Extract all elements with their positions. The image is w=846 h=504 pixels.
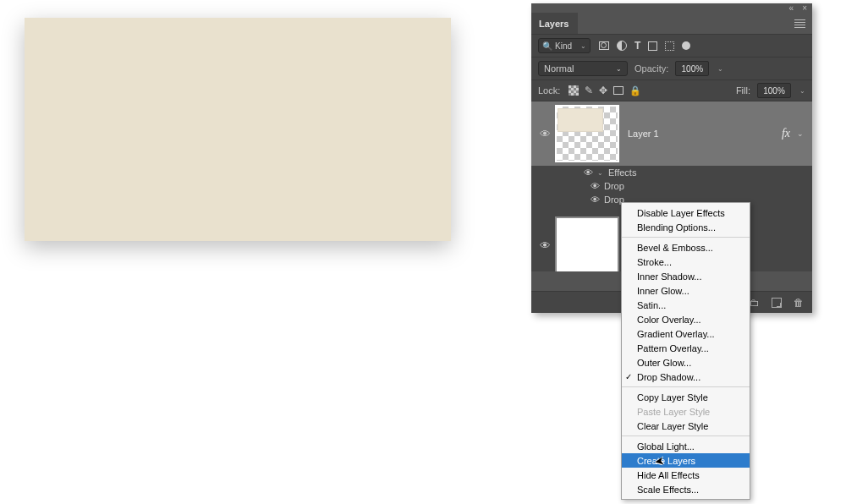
panel-tab-row: Layers: [531, 13, 812, 34]
menu-bevel-emboss[interactable]: Bevel & Emboss...: [622, 240, 750, 255]
cursor-icon: [653, 453, 666, 468]
opacity-label: Opacity:: [634, 63, 668, 74]
layers-tab[interactable]: Layers: [531, 13, 578, 34]
visibility-icon[interactable]: 👁: [538, 128, 552, 140]
menu-global-light[interactable]: Global Light...: [622, 439, 750, 453]
chevron-down-icon[interactable]: ⌄: [797, 129, 804, 138]
menu-inner-shadow[interactable]: Inner Shadow...: [622, 269, 750, 283]
new-group-icon[interactable]: [750, 297, 760, 309]
lock-image-icon[interactable]: [585, 85, 593, 96]
effect-name: Drop: [604, 181, 624, 191]
lock-all-icon[interactable]: [629, 85, 641, 96]
menu-drop-shadow[interactable]: Drop Shadow...: [622, 370, 750, 384]
menu-color-overlay[interactable]: Color Overlay...: [622, 312, 750, 326]
lock-label: Lock:: [538, 85, 560, 96]
fill-value-field[interactable]: 100%: [757, 83, 791, 98]
chevron-down-icon: ⌄: [597, 169, 603, 177]
document-canvas[interactable]: [25, 18, 451, 241]
menu-disable-layer-effects[interactable]: Disable Layer Effects: [622, 205, 750, 220]
fx-indicator[interactable]: fx: [782, 127, 790, 140]
effect-item[interactable]: 👁 Drop: [584, 179, 812, 193]
blend-row: Normal ⌄ Opacity: 100% ⌄: [531, 57, 812, 79]
lock-position-icon[interactable]: [599, 85, 607, 96]
delete-layer-icon[interactable]: [794, 297, 804, 309]
lock-artboard-icon[interactable]: [613, 86, 624, 95]
menu-inner-glow[interactable]: Inner Glow...: [622, 283, 750, 298]
panel-system-bar: « ×: [531, 3, 812, 13]
chevron-down-icon[interactable]: ⌄: [799, 87, 805, 95]
collapse-icon[interactable]: «: [789, 4, 794, 13]
filter-smartobject-icon[interactable]: [665, 41, 674, 51]
effects-label: Effects: [608, 167, 636, 178]
fill-label: Fill:: [736, 85, 750, 96]
visibility-icon[interactable]: 👁: [584, 167, 594, 178]
filter-shape-icon[interactable]: [648, 41, 657, 51]
filter-kind-dropdown[interactable]: 🔍 Kind ⌄: [538, 38, 591, 53]
menu-scale-effects[interactable]: Scale Effects...: [622, 482, 750, 496]
filter-toggle-icon[interactable]: [682, 41, 690, 50]
effects-group: 👁 ⌄ Effects 👁 Drop 👁 Drop: [531, 166, 812, 206]
layer-item-selected[interactable]: 👁 Layer 1 fx ⌄: [531, 101, 812, 166]
layer-thumbnail[interactable]: [555, 216, 619, 271]
blend-mode-dropdown[interactable]: Normal ⌄: [538, 61, 628, 76]
panel-menu-icon[interactable]: [792, 13, 812, 34]
visibility-icon[interactable]: 👁: [591, 194, 601, 205]
layer-thumbnail[interactable]: [555, 105, 619, 162]
chevron-down-icon[interactable]: ⌄: [717, 65, 723, 73]
menu-blending-options[interactable]: Blending Options...: [622, 220, 750, 234]
effects-heading[interactable]: 👁 ⌄ Effects: [584, 166, 812, 179]
lock-transparency-icon[interactable]: [569, 85, 579, 96]
visibility-icon[interactable]: 👁: [538, 239, 552, 252]
filter-adjustment-icon[interactable]: [617, 41, 627, 51]
filter-row: 🔍 Kind ⌄ T: [531, 34, 812, 57]
menu-satin[interactable]: Satin...: [622, 298, 750, 312]
menu-outer-glow[interactable]: Outer Glow...: [622, 355, 750, 370]
menu-hide-all-effects[interactable]: Hide All Effects: [622, 468, 750, 482]
menu-clear-layer-style[interactable]: Clear Layer Style: [622, 419, 750, 433]
chevron-down-icon: ⌄: [616, 65, 622, 73]
visibility-icon[interactable]: 👁: [591, 181, 601, 191]
chevron-down-icon: ⌄: [580, 42, 586, 50]
close-icon[interactable]: ×: [802, 4, 807, 13]
menu-pattern-overlay[interactable]: Pattern Overlay...: [622, 341, 750, 355]
menu-gradient-overlay[interactable]: Gradient Overlay...: [622, 326, 750, 341]
new-layer-icon[interactable]: [772, 298, 782, 308]
filter-kind-label: Kind: [555, 41, 572, 51]
fx-context-menu: Disable Layer EffectsBlending Options...…: [621, 202, 750, 500]
blend-mode-value: Normal: [544, 63, 574, 74]
menu-create-layers[interactable]: Create Layers: [622, 453, 750, 468]
filter-type-icon[interactable]: T: [634, 40, 640, 52]
filter-pixel-icon[interactable]: [599, 41, 609, 50]
menu-stroke[interactable]: Stroke...: [622, 255, 750, 269]
layer-name[interactable]: Layer 1: [628, 129, 659, 139]
lock-row: Lock: Fill: 100% ⌄: [531, 79, 812, 101]
menu-copy-layer-style[interactable]: Copy Layer Style: [622, 390, 750, 404]
search-icon: 🔍: [542, 41, 552, 51]
opacity-value-field[interactable]: 100%: [675, 61, 709, 76]
menu-paste-layer-style: Paste Layer Style: [622, 404, 750, 419]
